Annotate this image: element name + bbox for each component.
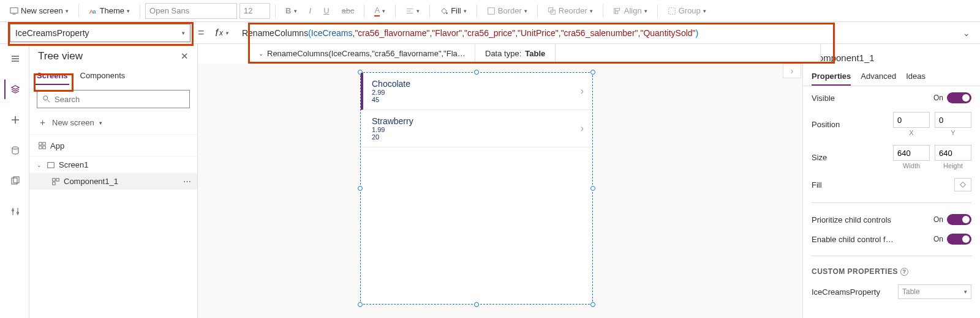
formula-result-bar: ⌄ RenameColumns(IceCreams,"cra56_flavorn… (248, 44, 821, 64)
formula-input[interactable]: RenameColumns(IceCreams,"cra56_flavornam… (237, 24, 953, 42)
properties-tabs: Properties Advanced Ideas (803, 68, 980, 86)
more-icon[interactable]: ⋯ (183, 177, 191, 186)
formula-summary-cell[interactable]: ⌄ RenameColumns(IceCreams,"cra56_flavorn… (249, 44, 475, 63)
svg-rect-36 (53, 182, 55, 184)
tree-item-screen1[interactable]: ⌄ Screen1 (29, 157, 197, 173)
custom-property-type[interactable]: Table ▾ (898, 284, 971, 299)
svg-rect-8 (488, 7, 495, 14)
fill-icon (959, 180, 967, 189)
info-icon[interactable]: ? (900, 268, 908, 276)
tab-screens[interactable]: Screens (36, 67, 69, 85)
tree-item-component[interactable]: Component1_1 ⋯ (29, 173, 197, 190)
border-icon (487, 7, 496, 15)
prop-size-row: Size Width Height (812, 145, 971, 169)
expand-formula-button[interactable]: ⌄ (958, 28, 975, 38)
resize-handle[interactable] (358, 302, 363, 307)
visible-toggle[interactable] (947, 92, 971, 103)
left-nav-rail (0, 44, 29, 318)
enable-child-toggle[interactable] (947, 234, 971, 245)
font-family-select[interactable] (145, 3, 237, 19)
separator (429, 4, 430, 18)
separator (395, 4, 396, 18)
formula-func: RenameColumns (242, 28, 308, 38)
tree-view-title: Tree view (38, 50, 83, 62)
resize-handle[interactable] (358, 186, 363, 191)
resize-handle[interactable] (590, 302, 595, 307)
component-icon (51, 177, 60, 186)
media-icon (10, 176, 20, 186)
align-objects-button[interactable]: Align ▾ (608, 4, 652, 18)
separator (657, 4, 658, 18)
tree-item-app[interactable]: App (29, 135, 197, 157)
tab-ideas[interactable]: Ideas (906, 68, 925, 86)
hamburger-icon (10, 54, 20, 64)
italic-button[interactable]: I (304, 4, 317, 18)
gallery-item-qty: 20 (372, 133, 584, 141)
gallery-item-title: Chocolate (372, 79, 584, 89)
tab-components[interactable]: Components (79, 67, 127, 85)
underline-button[interactable]: U (318, 4, 334, 18)
tab-advanced[interactable]: Advanced (861, 68, 896, 86)
tools-rail-button[interactable] (5, 202, 24, 221)
tree-search[interactable] (37, 90, 190, 108)
border-button[interactable]: Border ▾ (482, 4, 532, 18)
plus-icon (10, 115, 20, 125)
strike-button[interactable]: abc (337, 4, 360, 18)
data-rail-button[interactable] (5, 141, 24, 160)
prop-position-label: Position (812, 120, 840, 129)
resize-handle[interactable] (590, 186, 595, 191)
align-text-button[interactable]: ▾ (401, 4, 424, 18)
theme-button[interactable]: Aa Theme ▾ (84, 4, 135, 18)
close-tree-button[interactable]: ✕ (181, 51, 189, 62)
prop-visible-row: Visible On (812, 92, 971, 103)
tree-new-screen[interactable]: ＋ New screen ▾ (29, 113, 197, 132)
chevron-right-icon[interactable]: › (581, 123, 584, 134)
divider (812, 202, 971, 203)
bold-button[interactable]: B▾ (281, 4, 301, 18)
property-selector[interactable]: IceCreamsProperty ▾ (10, 24, 190, 42)
separator (78, 4, 79, 18)
new-screen-button[interactable]: New screen ▾ (5, 4, 74, 18)
prop-enable-child-label: Enable child control f… (812, 235, 894, 244)
prop-enable-child-row: Enable child control f… On (812, 234, 971, 245)
tree-search-input[interactable] (55, 95, 184, 104)
separator (477, 4, 477, 18)
media-rail-button[interactable] (5, 171, 24, 191)
prioritize-toggle[interactable] (947, 214, 971, 225)
size-height-input[interactable] (935, 145, 971, 161)
chevron-down-icon: ▾ (182, 30, 185, 36)
gallery-item[interactable]: Strawberry 1.99 20 › (361, 110, 592, 147)
tree-view-rail-button[interactable] (4, 80, 24, 99)
fill-button[interactable]: Fill ▾ (435, 4, 472, 18)
hamburger-button[interactable] (5, 49, 24, 68)
fx-button[interactable]: fx▾ (212, 26, 232, 40)
canvas[interactable]: Chocolate 2.99 45 › Strawberry 1.99 20 › (198, 64, 802, 318)
formula-summary-text: RenameColumns(IceCreams,"cra56_flavornam… (267, 49, 466, 58)
screen-icon (47, 161, 55, 169)
svg-rect-33 (48, 162, 55, 168)
gallery-item[interactable]: Chocolate 2.99 45 › (361, 73, 592, 110)
group-button[interactable]: Group ▾ (663, 4, 711, 18)
chevron-right-icon[interactable]: › (581, 86, 584, 97)
fill-color-picker[interactable] (954, 178, 971, 191)
reorder-button[interactable]: Reorder ▾ (543, 4, 598, 18)
tab-properties[interactable]: Properties (812, 68, 851, 86)
position-y-input[interactable] (935, 112, 971, 128)
custom-property-row: IceCreamsProperty Table ▾ (812, 284, 971, 299)
tree-tabs: Screens Components (29, 66, 197, 85)
font-color-button[interactable]: A▾ (369, 3, 390, 19)
insert-rail-button[interactable] (5, 110, 24, 130)
tree-item-component-label: Component1_1 (64, 177, 118, 186)
chevron-down-icon: ▾ (127, 8, 130, 14)
size-width-input[interactable] (893, 145, 930, 161)
align-label: Align (624, 6, 642, 15)
position-x-input[interactable] (893, 112, 930, 128)
datatype-cell: Data type: Table (475, 44, 556, 63)
selected-component[interactable]: Chocolate 2.99 45 › Strawberry 1.99 20 › (360, 72, 593, 305)
font-size-select[interactable] (239, 3, 270, 19)
prop-fill-label: Fill (812, 180, 822, 190)
screen-icon (10, 7, 18, 15)
plus-icon: ＋ (38, 117, 47, 128)
breadcrumb-chevron[interactable]: › (783, 64, 801, 78)
resize-handle[interactable] (474, 302, 479, 307)
